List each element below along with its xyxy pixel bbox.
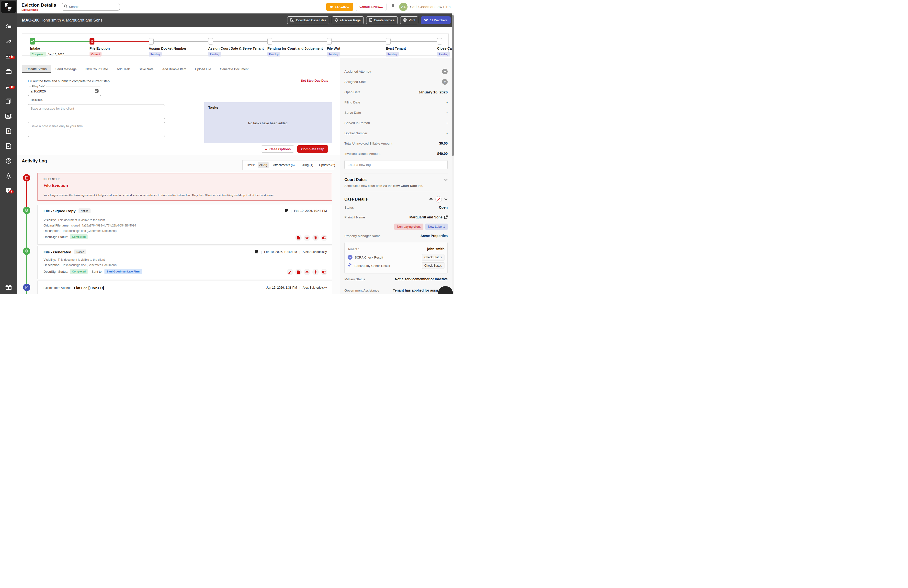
staging-button[interactable]: STAGING <box>326 3 353 11</box>
invoice-icon[interactable]: $ <box>5 128 12 134</box>
left-sidebar: 10 48 $ ? 3 <box>0 0 17 294</box>
calendar-icon[interactable] <box>95 89 98 94</box>
set-step-due-date-link[interactable]: Set Step Due Date <box>301 79 328 82</box>
task-list-icon[interactable] <box>5 24 12 30</box>
pending-square-icon <box>327 38 332 45</box>
watchers-button[interactable]: 11 Watchers <box>421 16 451 24</box>
plaintiff-value[interactable]: Marquardt and Sons <box>409 215 448 219</box>
gift-icon[interactable] <box>0 284 17 290</box>
svg-text:PDF: PDF <box>298 272 300 274</box>
filing-date-field[interactable]: Filing Date* <box>28 87 101 96</box>
row-label: Invoiced Billable Amount <box>345 152 380 156</box>
assign-staff-button[interactable]: + <box>442 79 448 85</box>
download-case-files-button[interactable]: Download Case Files <box>287 16 329 24</box>
detail-row: Serve Date- <box>345 107 448 118</box>
clients-icon[interactable] <box>5 158 12 164</box>
external-link-icon[interactable] <box>444 216 448 219</box>
documents-icon[interactable] <box>5 98 12 105</box>
step-file-eviction[interactable]: File Eviction Current <box>90 38 148 56</box>
tab-generate-document[interactable]: Generate Document <box>216 65 253 73</box>
search-input[interactable] <box>69 5 118 8</box>
filter-attachments[interactable]: Attachments (6) <box>272 162 296 168</box>
help-icon[interactable]: ? 3 <box>5 188 12 194</box>
app-logo[interactable] <box>1 1 16 13</box>
row-label: Government Assistance <box>345 288 379 292</box>
step-close-case[interactable]: Close Case Pending <box>437 38 449 56</box>
filter-updates[interactable]: Updates (2) <box>318 162 336 168</box>
edit-pencil-button[interactable] <box>435 196 442 203</box>
status-badge: Pending <box>327 52 340 56</box>
delete-button[interactable] <box>312 269 319 275</box>
detail-row: Invoiced Billable Amount$40.00 <box>345 148 448 159</box>
create-invoice-button[interactable]: $ Create Invoice <box>366 16 398 24</box>
step-pending-court[interactable]: Pending for Court and Judgement Pending <box>267 38 326 56</box>
client-message-textarea[interactable] <box>28 104 165 119</box>
step-evict-tenant[interactable]: Evict Tenant Pending <box>386 38 444 56</box>
row-label: Assigned Staff <box>345 80 366 84</box>
user-avatar[interactable]: AS <box>399 3 407 11</box>
contacts-icon[interactable] <box>5 113 12 119</box>
inbox-icon[interactable]: 10 <box>5 53 12 60</box>
visibility-toggle-button[interactable] <box>321 269 327 275</box>
delete-button[interactable] <box>312 235 319 241</box>
bankruptcy-check-status-button[interactable]: Check Status <box>422 263 444 269</box>
row-value: - <box>446 121 448 125</box>
pdf-download-button[interactable]: PDF <box>295 235 302 241</box>
firm-note-textarea[interactable] <box>28 122 165 137</box>
case-options-button[interactable]: Case Options <box>261 145 294 153</box>
label-non-paying-client[interactable]: Non-paying client <box>394 224 423 230</box>
tab-send-message[interactable]: Send Message <box>51 65 81 73</box>
tab-add-task[interactable]: Add Task <box>113 65 134 73</box>
etracker-page-button[interactable]: eTracker Page <box>332 16 364 24</box>
step-file-writ[interactable]: File Writ Pending <box>327 38 385 56</box>
filter-all[interactable]: All (9) <box>258 162 269 168</box>
settings-gear-icon[interactable] <box>5 173 12 179</box>
court-dates-title: Court Dates <box>345 177 367 182</box>
chevron-down-icon[interactable] <box>444 197 448 201</box>
file-title: File - Generated <box>43 250 71 254</box>
new-tag-input[interactable] <box>345 160 448 169</box>
step-assign-court-date[interactable]: Assign Court Date & Serve Tenant Pending <box>208 38 267 56</box>
signature-button[interactable] <box>287 269 293 275</box>
row-value: $40.00 <box>437 151 448 156</box>
scra-label: SCRA Check Result <box>355 256 383 259</box>
edit-settings-link[interactable]: Edit Settings <box>21 8 56 11</box>
label-new-label-1[interactable]: New Label 1 <box>425 224 448 230</box>
sent-to-badge[interactable]: Saul Goodman Law Firm <box>105 269 142 274</box>
printer-icon <box>403 18 407 23</box>
tab-new-court-date[interactable]: New Court Date <box>81 65 112 73</box>
detail-row: Government Assistance Tenant has applied… <box>345 285 448 294</box>
step-intake[interactable]: Intake CompletedJan 16, 2026 <box>30 38 89 56</box>
visibility-eye-icon[interactable] <box>429 197 433 201</box>
tab-add-billable-item[interactable]: Add Billable Item <box>158 65 191 73</box>
assign-attorney-button[interactable]: + <box>442 69 448 74</box>
page-scrollbar-thumb[interactable] <box>452 15 454 156</box>
gavel-icon[interactable] <box>5 39 12 45</box>
chevron-down-icon[interactable] <box>444 177 448 182</box>
tab-upload-file[interactable]: Upload File <box>190 65 216 73</box>
row-value: - <box>446 111 448 114</box>
print-button[interactable]: Print <box>400 16 419 24</box>
create-new-button[interactable]: Create a New... <box>356 3 387 11</box>
scra-check-status-button[interactable]: Check Status <box>422 254 444 261</box>
notifications-bell-icon[interactable] <box>391 4 395 10</box>
status-badge: Pending <box>208 52 221 56</box>
reports-icon[interactable] <box>5 143 12 149</box>
view-button[interactable] <box>304 269 310 275</box>
search-box[interactable] <box>62 3 120 11</box>
svg-text:$: $ <box>26 287 27 288</box>
tab-save-note[interactable]: Save Note <box>134 65 158 73</box>
filter-billing[interactable]: Billing (1) <box>299 162 315 168</box>
step-assign-docket[interactable]: Assign Docket Number Pending <box>149 38 208 56</box>
briefcase-icon[interactable] <box>5 68 12 75</box>
complete-step-button[interactable]: Complete Step <box>297 145 328 153</box>
pdf-download-button[interactable]: PDF <box>295 269 302 275</box>
filing-date-input[interactable] <box>31 89 95 93</box>
status-badge: Current <box>90 52 101 56</box>
view-button[interactable] <box>304 235 310 241</box>
tab-update-status[interactable]: Update Status <box>22 65 51 73</box>
form-instruction: Fill out the form and submit to complete… <box>28 79 111 83</box>
visibility-toggle-button[interactable] <box>321 235 327 241</box>
detail-row: Assigned Attorney + <box>345 66 448 77</box>
chat-icon[interactable]: 48 <box>5 83 12 90</box>
